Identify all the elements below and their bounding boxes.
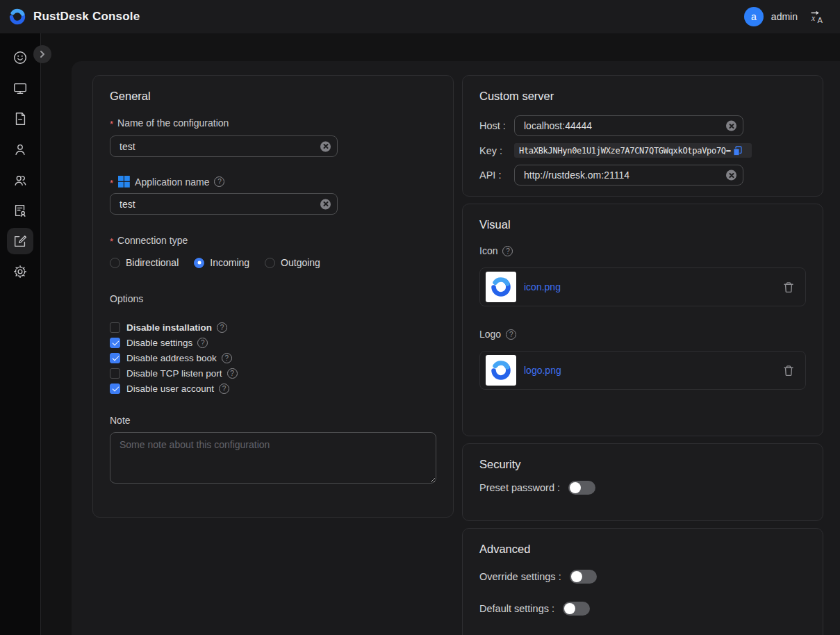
key-value: HtaXBkJNHyn0e1U1jWXze7A7CN7QTGWqxkOtpaVp… [519, 146, 731, 156]
override-settings-toggle[interactable] [570, 570, 597, 584]
sidebar-item-audit[interactable] [7, 197, 33, 224]
sidebar-item-dashboard[interactable] [7, 44, 33, 71]
app-name-field [110, 193, 338, 215]
avatar[interactable]: a [744, 7, 764, 26]
help-icon[interactable] [217, 322, 227, 333]
app-title: RustDesk Console [33, 10, 140, 24]
help-icon[interactable] [502, 246, 513, 256]
svg-text:x: x [811, 13, 816, 22]
svg-text:A: A [818, 16, 823, 24]
clear-icon[interactable] [320, 199, 331, 209]
note-textarea[interactable] [110, 432, 436, 484]
app-name-input[interactable] [110, 199, 337, 210]
required-mark [110, 117, 115, 129]
sidebar-item-documents[interactable] [7, 106, 33, 132]
general-title: General [110, 90, 436, 103]
api-input[interactable] [515, 170, 743, 181]
options-group: Disable installation Disable settings Di… [110, 320, 436, 396]
security-title: Security [479, 458, 806, 471]
help-icon[interactable] [219, 384, 229, 394]
copy-icon[interactable] [733, 146, 742, 156]
options-label: Options [110, 293, 436, 304]
logo-file-row: logo.png [479, 351, 806, 390]
checkbox-box [110, 353, 120, 363]
custom-server-panel: Custom server Host : Key : H [462, 75, 823, 197]
clear-icon[interactable] [726, 121, 736, 131]
radio-incoming[interactable]: Incoming [194, 257, 249, 268]
radio-dot [194, 258, 204, 268]
chevron-right-icon [38, 50, 47, 58]
icon-thumbnail [486, 272, 516, 302]
user-menu[interactable]: a admin [744, 7, 798, 26]
config-name-field [110, 135, 338, 157]
checkbox-disable-installation[interactable]: Disable installation [110, 320, 436, 335]
help-icon[interactable] [222, 353, 232, 363]
checkbox-disable-tcp-listen-port[interactable]: Disable TCP listen port [110, 365, 436, 381]
connection-type-group: Bidirectional Incoming Outgoing [110, 257, 436, 268]
user-name: admin [771, 11, 798, 22]
edit-icon [13, 233, 28, 249]
visual-panel: Visual Icon icon.png [462, 204, 823, 436]
preset-password-toggle[interactable] [568, 481, 595, 495]
logo-file-link[interactable]: logo.png [524, 365, 561, 376]
rustdesk-logo-icon [8, 8, 26, 26]
app-name-label: Application name [110, 176, 436, 188]
gear-icon [13, 264, 28, 279]
checkbox-disable-address-book[interactable]: Disable address book [110, 350, 436, 365]
required-mark [110, 235, 115, 246]
help-icon[interactable] [197, 338, 208, 348]
checkbox-disable-user-account[interactable]: Disable user account [110, 381, 436, 396]
default-settings-label: Default settings : [479, 603, 554, 614]
key-label: Key : [479, 145, 514, 156]
sidebar-item-custom-client[interactable] [7, 228, 33, 254]
default-settings-toggle[interactable] [563, 602, 590, 616]
radio-bidirectional[interactable]: Bidirectional [110, 257, 179, 268]
clear-icon[interactable] [726, 170, 736, 181]
trash-icon[interactable] [783, 365, 794, 377]
advanced-panel: Advanced Override settings : Default set… [462, 528, 823, 635]
sidebar-item-devices[interactable] [7, 75, 33, 101]
clear-icon[interactable] [320, 141, 331, 151]
checkbox-box [110, 338, 120, 348]
windows-logo-icon [118, 176, 130, 188]
logo-thumbnail [486, 355, 516, 386]
help-icon[interactable] [214, 176, 224, 187]
preset-password-label: Preset password : [479, 482, 560, 493]
help-icon[interactable] [506, 329, 516, 340]
host-field [514, 115, 743, 136]
connection-type-label: Connection type [110, 235, 436, 246]
config-name-input[interactable] [110, 141, 337, 152]
icon-file-row: icon.png [479, 267, 806, 306]
translate-icon[interactable]: x A [810, 10, 825, 24]
help-icon[interactable] [227, 368, 238, 379]
security-panel: Security Preset password : [462, 443, 823, 521]
main-container: General Name of the configuration [72, 61, 840, 635]
user-group-icon [13, 172, 28, 188]
monitor-icon [13, 81, 28, 96]
host-input[interactable] [515, 120, 743, 131]
note-label: Note [110, 415, 436, 426]
sidebar-item-groups[interactable] [7, 167, 33, 193]
sidebar-expand-button[interactable] [33, 45, 51, 63]
app-header: RustDesk Console a admin x A [0, 0, 840, 33]
sidebar [0, 33, 41, 635]
icon-file-link[interactable]: icon.png [524, 281, 561, 292]
key-value-block: HtaXBkJNHyn0e1U1jWXze7A7CN7QTGWqxkOtpaVp… [514, 143, 752, 158]
required-mark [110, 176, 115, 188]
radio-dot [265, 258, 275, 268]
visual-title: Visual [479, 218, 806, 231]
config-name-label: Name of the configuration [110, 117, 436, 129]
checkbox-disable-settings[interactable]: Disable settings [110, 335, 436, 350]
general-panel: General Name of the configuration [92, 75, 454, 518]
api-label: API : [479, 170, 514, 181]
radio-outgoing[interactable]: Outgoing [265, 257, 320, 268]
sidebar-item-users[interactable] [7, 136, 33, 163]
trash-icon[interactable] [783, 281, 794, 293]
host-label: Host : [479, 120, 514, 131]
checkbox-box [110, 368, 120, 379]
advanced-title: Advanced [479, 543, 806, 556]
sidebar-item-settings[interactable] [7, 258, 33, 285]
custom-server-title: Custom server [479, 90, 806, 103]
smiley-icon [13, 50, 28, 65]
content-area: General Name of the configuration [41, 33, 840, 635]
